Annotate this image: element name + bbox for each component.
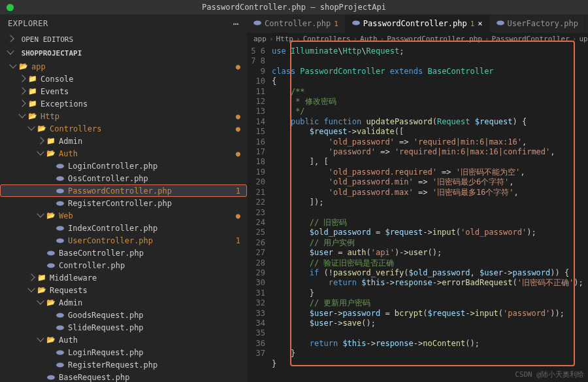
modified-badge: 1 bbox=[233, 236, 240, 245]
window-title: PasswordController.php — shopProjectApi bbox=[0, 3, 588, 12]
tree-item-label: Requests bbox=[50, 286, 240, 295]
tree-item-label: OssController.php bbox=[68, 174, 240, 183]
modified-dot: ● bbox=[233, 124, 240, 133]
folder-item[interactable]: 📁Exceptions bbox=[0, 97, 247, 110]
folder-item[interactable]: 📂Http● bbox=[0, 110, 247, 122]
svg-point-5 bbox=[56, 238, 64, 243]
folder-item[interactable]: 📂Web● bbox=[0, 209, 247, 222]
file-item[interactable]: LoginRequest.php bbox=[0, 346, 247, 358]
php-file-icon bbox=[55, 162, 65, 170]
file-item[interactable]: UserController.php1 bbox=[0, 234, 247, 247]
breadcrumb-item[interactable]: Auth bbox=[360, 35, 378, 43]
php-file-icon bbox=[497, 19, 504, 29]
breadcrumbs[interactable]: app›Http›Controllers›Auth›PasswordContro… bbox=[247, 33, 588, 45]
tree-item-label: Controllers bbox=[50, 124, 233, 133]
modified-dot: ● bbox=[233, 112, 240, 121]
breadcrumb-item[interactable]: Http bbox=[276, 35, 294, 43]
folder-item[interactable]: 📂Controllers● bbox=[0, 122, 247, 135]
modified-badge: 1 bbox=[233, 186, 240, 196]
file-item[interactable]: BaseRequest.php bbox=[0, 371, 247, 382]
breadcrumb-item[interactable]: PasswordController.php bbox=[387, 35, 482, 43]
tree-item-label: Web bbox=[59, 211, 233, 220]
traffic-lights[interactable] bbox=[0, 4, 14, 11]
tree-item-label: Auth bbox=[59, 336, 240, 345]
close-icon[interactable]: × bbox=[478, 19, 482, 28]
editor-tabs: Controller.php1PasswordController.php1×U… bbox=[247, 14, 588, 33]
folder-item[interactable]: 📁Admin bbox=[0, 135, 247, 147]
folder-icon: 📂 bbox=[27, 112, 38, 120]
modified-dot: ● bbox=[233, 149, 240, 158]
breadcrumb-item[interactable]: PasswordController bbox=[492, 35, 570, 43]
tree-item-label: BaseController.php bbox=[59, 249, 240, 258]
php-file-icon bbox=[55, 175, 65, 182]
file-item[interactable]: RegisterController.php bbox=[0, 197, 247, 209]
editor-tab[interactable]: UserFactory.php bbox=[490, 14, 585, 33]
file-item[interactable]: RegisterRequest.php bbox=[0, 358, 247, 371]
folder-item[interactable]: 📂Auth bbox=[0, 334, 247, 346]
php-file-icon bbox=[46, 249, 56, 257]
php-file-icon bbox=[55, 349, 65, 356]
folder-item[interactable]: 📂Auth● bbox=[0, 147, 247, 160]
svg-point-13 bbox=[253, 20, 261, 25]
php-file-icon bbox=[352, 19, 360, 29]
chevron-right-icon: › bbox=[485, 35, 489, 43]
editor-tab[interactable]: auth.php bbox=[585, 14, 588, 33]
tree-item-label: Http bbox=[41, 112, 233, 121]
maximize-dot[interactable] bbox=[7, 4, 14, 11]
tab-label: UserFactory.php bbox=[508, 19, 578, 28]
php-file-icon bbox=[55, 324, 65, 332]
php-file-icon bbox=[55, 224, 65, 232]
folder-icon: 📁 bbox=[46, 137, 56, 145]
tree-item-label: BaseRequest.php bbox=[59, 373, 240, 382]
folder-item[interactable]: 📂Admin bbox=[0, 296, 247, 309]
project-section[interactable]: SHOPPROJECTAPI bbox=[0, 46, 247, 60]
folder-item[interactable]: 📁Middleware bbox=[0, 271, 247, 284]
tree-item-label: app bbox=[31, 62, 233, 71]
tree-item-label: Middleware bbox=[50, 273, 240, 283]
file-item[interactable]: IndexController.php bbox=[0, 222, 247, 234]
file-item[interactable]: GoodsRequest.php bbox=[0, 309, 247, 321]
more-icon[interactable]: ⋯ bbox=[233, 18, 239, 29]
tree-item-label: LoginRequest.php bbox=[68, 348, 240, 357]
svg-point-10 bbox=[56, 350, 64, 355]
folder-icon: 📂 bbox=[46, 149, 56, 158]
tree-item-label: Exceptions bbox=[41, 99, 240, 109]
file-item[interactable]: LoginController.php bbox=[0, 160, 247, 172]
svg-point-1 bbox=[56, 176, 64, 181]
folder-item[interactable]: 📁Events bbox=[0, 85, 247, 97]
code-editor[interactable]: 5 6 7 8 9 10 11 12 13 14 15 16 17 18 19 … bbox=[247, 45, 588, 382]
editor-group: Controller.php1PasswordController.php1×U… bbox=[247, 14, 588, 382]
code-content[interactable]: use Illuminate\Http\Request; class Passw… bbox=[272, 45, 579, 382]
editor-tab[interactable]: PasswordController.php1× bbox=[346, 14, 490, 33]
folder-item[interactable]: 📂app● bbox=[0, 60, 247, 73]
folder-icon: 📂 bbox=[18, 62, 29, 71]
folder-icon: 📂 bbox=[46, 298, 56, 307]
breadcrumb-item[interactable]: app bbox=[253, 35, 267, 43]
tab-label: Controller.php bbox=[265, 19, 331, 28]
file-tree: 📂app●📁Console📁Events📁Exceptions📂Http●📂Co… bbox=[0, 60, 247, 382]
svg-point-9 bbox=[56, 325, 64, 330]
folder-item[interactable]: 📁Console bbox=[0, 73, 247, 85]
folder-icon: 📂 bbox=[46, 336, 56, 344]
file-item[interactable]: SlideRequest.php bbox=[0, 321, 247, 334]
open-editors-section[interactable]: OPEN EDITORS bbox=[0, 33, 247, 46]
folder-icon: 📁 bbox=[27, 99, 38, 108]
breadcrumb-item[interactable]: upda bbox=[579, 35, 588, 43]
modified-badge: 1 bbox=[470, 20, 475, 28]
svg-point-0 bbox=[56, 164, 64, 168]
folder-item[interactable]: 📂Requests bbox=[0, 284, 247, 296]
file-item[interactable]: Controller.php bbox=[0, 259, 247, 271]
php-file-icon bbox=[46, 373, 56, 381]
svg-point-14 bbox=[352, 20, 360, 25]
svg-point-3 bbox=[56, 201, 64, 205]
explorer-header: EXPLORER ⋯ bbox=[0, 14, 247, 33]
breadcrumb-item[interactable]: Controllers bbox=[303, 35, 351, 43]
file-item[interactable]: BaseController.php bbox=[0, 247, 247, 259]
file-item[interactable]: OssController.php bbox=[0, 172, 247, 184]
modified-badge: 1 bbox=[334, 20, 338, 28]
editor-tab[interactable]: Controller.php1 bbox=[247, 14, 346, 33]
tree-item-label: Auth bbox=[59, 149, 233, 158]
folder-icon: 📁 bbox=[27, 87, 38, 95]
file-item[interactable]: PasswordController.php1 bbox=[0, 184, 247, 197]
explorer-sidebar: EXPLORER ⋯ OPEN EDITORS SHOPPROJECTAPI 📂… bbox=[0, 14, 247, 382]
